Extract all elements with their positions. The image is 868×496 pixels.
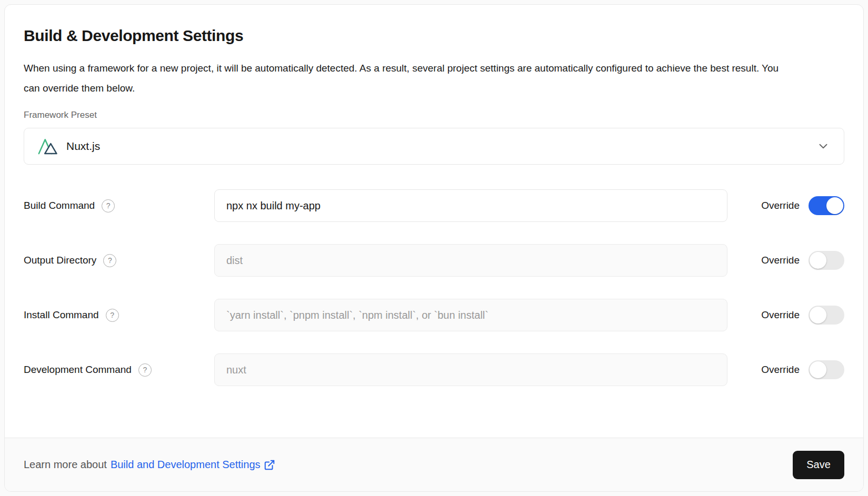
toggle-knob [810,252,826,269]
install-command-label-group: Install Command ? [24,309,214,322]
settings-rows: Build Command ? Override Output Director… [24,189,844,386]
external-link-icon [264,459,275,471]
override-label: Override [761,200,800,211]
output-directory-override-toggle[interactable] [809,251,844,270]
page-title: Build & Development Settings [24,27,844,45]
help-icon[interactable]: ? [138,363,152,377]
framework-preset-select[interactable]: Nuxt.js [24,128,844,165]
save-button[interactable]: Save [793,451,844,479]
development-command-row: Development Command ? Override [24,353,844,386]
help-icon[interactable]: ? [106,309,119,322]
toggle-knob [810,307,826,323]
toggle-knob [810,361,826,378]
development-command-input [214,353,727,386]
output-directory-label-group: Output Directory ? [24,254,214,267]
nuxt-logo-icon [38,138,58,155]
override-label: Override [761,364,800,376]
install-command-override: Override [750,306,844,325]
install-command-row: Install Command ? Override [24,299,844,331]
settings-description: When using a framework for a new project… [24,58,787,98]
output-directory-label: Output Directory [24,255,96,266]
install-command-override-toggle[interactable] [809,306,844,325]
development-command-override-toggle[interactable] [809,360,844,379]
learn-more-prefix: Learn more about [24,459,107,471]
development-command-label-group: Development Command ? [24,363,214,377]
build-command-label-group: Build Command ? [24,199,214,212]
build-dev-settings-card: Build & Development Settings When using … [4,4,864,492]
build-dev-settings-link[interactable]: Build and Development Settings [111,459,275,471]
override-label: Override [761,255,800,266]
build-command-label: Build Command [24,200,95,211]
install-command-label: Install Command [24,309,99,321]
install-command-input [214,299,727,331]
override-label: Override [761,309,800,321]
build-command-row: Build Command ? Override [24,189,844,222]
output-directory-override: Override [750,251,844,270]
help-icon[interactable]: ? [102,199,115,212]
help-icon[interactable]: ? [103,254,116,267]
output-directory-row: Output Directory ? Override [24,244,844,277]
development-command-override: Override [750,360,844,379]
framework-preset-label: Framework Preset [24,110,844,120]
card-body: Build & Development Settings When using … [5,5,863,438]
build-command-input[interactable] [214,189,727,222]
framework-preset-value: Nuxt.js [66,140,100,153]
chevron-down-icon [816,139,830,153]
toggle-knob [826,197,843,214]
learn-more-text: Learn more about Build and Development S… [24,459,275,471]
card-footer: Learn more about Build and Development S… [5,438,863,491]
development-command-label: Development Command [24,364,132,376]
link-label: Build and Development Settings [111,459,261,471]
build-command-override-toggle[interactable] [809,196,844,215]
output-directory-input [214,244,727,277]
build-command-override: Override [750,196,844,215]
